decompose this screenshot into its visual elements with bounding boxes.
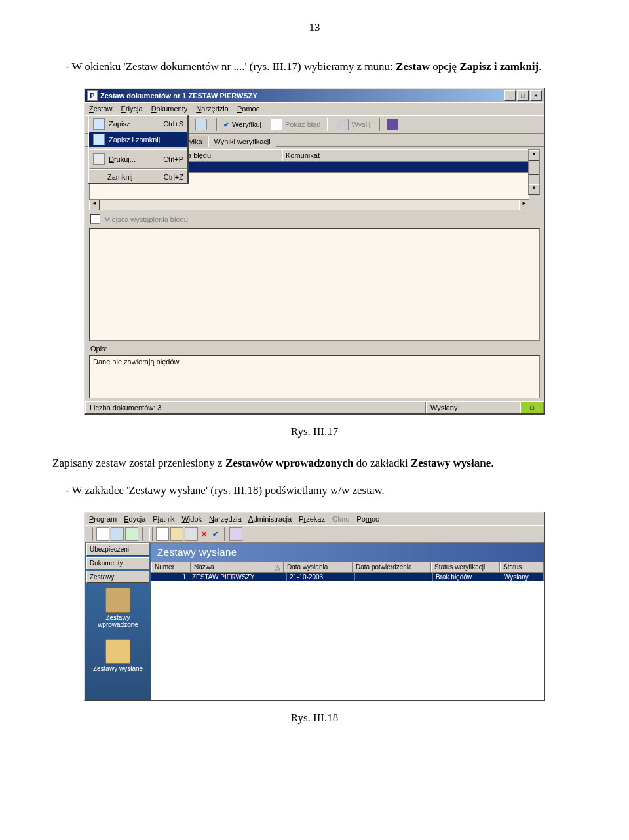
scroll-left-button[interactable]: ◄ <box>89 200 100 210</box>
check-icon: ✔ <box>223 121 229 129</box>
grid2-row-1[interactable]: 1 ZESTAW PIERWSZY 21-10-2003 Brak błędów… <box>151 573 544 581</box>
statusbar: Liczba dokumentów: 3 Wysłany ☺ <box>85 401 544 413</box>
p2-mid: do zakładki <box>354 457 411 469</box>
titlebar[interactable]: P Zestaw dokumentów nr 1 ZESTAW PIERWSZY… <box>85 89 544 102</box>
scroll-up-button[interactable]: ▲ <box>529 150 539 161</box>
cell-status-ver: Brak błędów <box>433 573 501 581</box>
menu2-program[interactable]: Program <box>89 515 117 523</box>
menu-pomoc[interactable]: Pomoc <box>237 105 259 113</box>
help-toolbar-button[interactable] <box>382 117 403 132</box>
tool-refresh-icon[interactable] <box>125 527 138 541</box>
menu2-widok[interactable]: Widok <box>181 515 202 523</box>
col-numer[interactable]: Numer <box>151 562 191 572</box>
sort-asc-icon: △ <box>275 563 280 571</box>
grid2-body[interactable] <box>151 581 544 700</box>
col-nazwa[interactable]: Nazwa △ <box>191 562 284 572</box>
paragraph-2: Zapisany zestaw został przeniesiony z Ze… <box>52 457 577 470</box>
col-data-wyslania[interactable]: Data wysłania <box>284 562 353 572</box>
text-cursor: | <box>93 366 536 375</box>
book-icon <box>387 119 398 130</box>
cell-date-sent: 21-10-2003 <box>287 573 355 581</box>
menu-item-drukuj[interactable]: Drukuj... Ctrl+P <box>89 151 187 167</box>
verify-label: Weryfikuj <box>232 121 261 128</box>
send-label: Wyślij <box>351 121 370 128</box>
zestaw-dropdown: Zapisz Ctrl+S Zapisz i zamknij Drukuj...… <box>88 115 189 184</box>
menu-narzedzia[interactable]: Narzędzia <box>196 105 229 113</box>
error-locations-label: Miejsca wystąpienia błędu <box>104 216 188 223</box>
menu2-okno[interactable]: Okno <box>332 515 349 523</box>
col-data-potwierdzenia[interactable]: Data potwierdzenia <box>353 562 431 572</box>
menu-item-zapisz[interactable]: Zapisz Ctrl+S <box>89 116 187 132</box>
folder-out-icon <box>105 639 130 664</box>
content-area: Zestawy wysłane Numer Nazwa △ Data wysła… <box>151 543 544 700</box>
content-banner: Zestawy wysłane <box>151 543 544 562</box>
sidebar: Ubezpieczeni Dokumenty Zestawy Zestawy w… <box>85 543 151 700</box>
menubar-2: Program Edycja Płatnik Widok Narzędzia A… <box>85 513 544 525</box>
tool-print-icon[interactable] <box>111 527 124 541</box>
page-number: 13 <box>52 21 577 34</box>
col-status-weryfikacji[interactable]: Status weryfikacji <box>431 562 500 572</box>
menu-item-zapisz-zamknij[interactable]: Zapisz i zamknij <box>89 132 187 147</box>
printer-icon <box>195 119 207 130</box>
col-status[interactable]: Status <box>500 562 543 572</box>
menu2-narzedzia[interactable]: Narzędzia <box>209 515 242 523</box>
tool-view-icon[interactable] <box>185 527 198 541</box>
tool-open-icon[interactable] <box>170 527 183 541</box>
figure-caption-2: Rys. III.18 <box>52 712 577 725</box>
tool-doc-icon[interactable] <box>156 527 169 541</box>
minimize-button[interactable]: _ <box>504 90 516 101</box>
mi-save-label: Zapisz <box>109 120 130 128</box>
save-icon <box>93 118 105 130</box>
print-toolbar-button[interactable] <box>191 117 212 132</box>
menu2-przekaz[interactable]: Przekaz <box>299 515 325 523</box>
p1-bold1: Zestaw <box>396 60 430 73</box>
menubar: ZZestawestaw Edycja Dokumenty Narzędzia … <box>85 102 544 115</box>
p2-bold1: Zestawów wprowadzonych <box>225 457 354 469</box>
opis-textarea[interactable]: Dane nie zawierają błędów | <box>89 355 540 398</box>
error-locations-checkbox <box>90 214 100 224</box>
tool-wizard-icon[interactable] <box>229 527 242 541</box>
error-icon <box>271 119 282 130</box>
app-icon: P <box>87 90 98 101</box>
col-error[interactable]: a błędu <box>184 150 282 161</box>
sidebar-item-wprowadzone[interactable]: Zestawy wprowadzone <box>85 584 151 635</box>
sidebar-ubezpieczeni[interactable]: Ubezpieczeni <box>86 543 149 556</box>
show-error-button: Pokaż błąd <box>266 117 325 132</box>
maximize-button[interactable]: □ <box>517 90 529 101</box>
menu-item-zamknij[interactable]: Zamknij Ctrl+Z <box>89 171 187 183</box>
menu-zestaw[interactable]: ZZestawestaw <box>89 105 112 113</box>
menu2-administracja[interactable]: Administracja <box>248 515 292 523</box>
status-sent: Wysłany <box>426 402 520 413</box>
menu2-pomoc[interactable]: Pomoc <box>356 515 379 523</box>
tool-check-icon[interactable]: ✔ <box>210 530 220 539</box>
p1-mid: opcję <box>430 60 459 73</box>
scroll-right-button[interactable]: ► <box>519 200 529 210</box>
menu-dokumenty[interactable]: Dokumenty <box>151 105 188 113</box>
cell-name: ZESTAW PIERWSZY <box>189 573 287 581</box>
save-close-icon <box>93 134 105 145</box>
sidebar-item-wyslane[interactable]: Zestawy wysłane <box>85 635 151 679</box>
col-message[interactable]: Komunikat <box>282 150 539 161</box>
tab-wyniki[interactable]: Wyniki weryfikacji <box>208 136 276 147</box>
paragraph-1: - W okienku 'Zestaw dokumentów nr ....' … <box>66 60 577 73</box>
p2-prefix: Zapisany zestaw został przeniesiony z <box>52 457 225 469</box>
sidebar-item-wprowadzone-label: Zestawy wprowadzone <box>86 614 149 628</box>
menu2-edycja[interactable]: Edycja <box>124 515 145 523</box>
tool-new-icon[interactable] <box>96 527 109 541</box>
show-error-label: Pokaż błąd <box>285 121 320 128</box>
mi-print-label: Drukuj... <box>109 155 136 163</box>
tool-delete-icon[interactable]: ✕ <box>199 530 209 539</box>
vertical-scrollbar[interactable]: ▲ ▼ <box>528 149 540 195</box>
close-button[interactable]: × <box>530 90 542 101</box>
error-locations-checkbox-row: Miejsca wystąpienia błędu <box>85 212 544 227</box>
menu2-platnik[interactable]: Płatnik <box>153 515 174 523</box>
sidebar-dokumenty[interactable]: Dokumenty <box>86 557 149 569</box>
opis-text: Dane nie zawierają błędów <box>93 358 536 366</box>
scroll-down-button[interactable]: ▼ <box>529 184 539 195</box>
verify-button[interactable]: ✔Weryfikuj <box>219 119 266 131</box>
mi-save-shortcut: Ctrl+S <box>163 120 183 128</box>
menu-edycja[interactable]: Edycja <box>121 105 143 113</box>
p1-prefix: - W okienku 'Zestaw dokumentów nr ....' … <box>66 60 396 73</box>
sidebar-zestawy[interactable]: Zestawy <box>86 571 149 583</box>
horizontal-scrollbar[interactable]: ◄ ► <box>89 200 529 210</box>
